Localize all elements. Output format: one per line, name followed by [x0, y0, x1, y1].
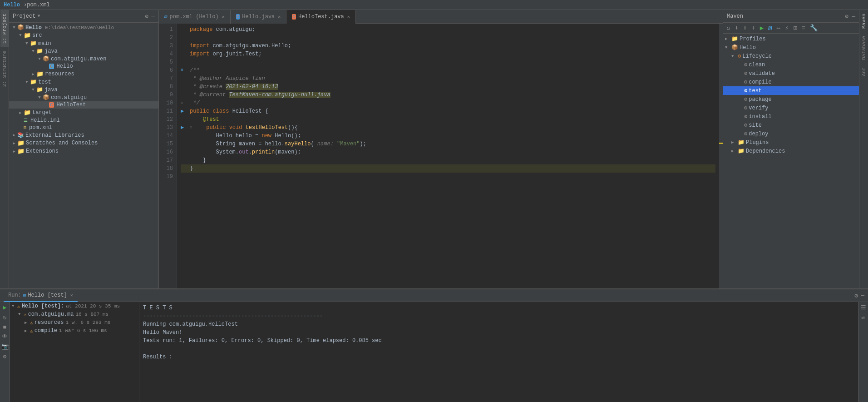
tree-item-hello-iml[interactable]: ☰ Hello.iml: [9, 117, 158, 124]
run-item-label: resources: [35, 319, 64, 326]
maven-btn-download[interactable]: ⬇: [733, 24, 740, 32]
maven-panel-header: Maven ⚙ —: [723, 10, 859, 23]
maven-item-deploy[interactable]: ⚙ deploy: [723, 129, 859, 138]
maven-btn-link[interactable]: ↔: [775, 24, 782, 32]
maven-label: verify: [749, 105, 768, 111]
tab-close-btn[interactable]: ✕: [222, 14, 225, 20]
tree-label: main: [38, 40, 51, 47]
run-tab-close[interactable]: ✕: [70, 293, 73, 298]
sidebar-item-ant[interactable]: Ant: [860, 64, 868, 80]
maven-item-validate[interactable]: ⚙ validate: [723, 69, 859, 78]
tab-icon-m-run: m: [23, 293, 26, 298]
sidebar-item-project[interactable]: 1: Project: [0, 10, 9, 47]
warn-icon: ⚠: [17, 303, 20, 309]
gutter-13[interactable]: ▶: [181, 124, 190, 132]
arrow-icon: ▼: [11, 25, 17, 30]
run-btn-eye[interactable]: 👁: [2, 333, 8, 340]
project-dropdown-icon[interactable]: ▼: [37, 14, 40, 19]
output-btn-lines[interactable]: ☰: [861, 304, 866, 311]
maven-btn-bolt[interactable]: ⚡: [784, 24, 790, 32]
maven-btn-list[interactable]: ≡: [800, 24, 807, 32]
maven-item-plugins[interactable]: ▶ 📁 Plugins: [723, 138, 859, 147]
tree-item-com-atguigu-maven[interactable]: ▼ 📦 com.atguigu.maven: [9, 55, 158, 63]
arrow-icon: ▶: [25, 328, 30, 333]
maven-item-site[interactable]: ⚙ site: [723, 121, 859, 129]
maven-item-compile[interactable]: ⚙ compile: [723, 78, 859, 86]
maven-item-dependencies[interactable]: ▶ 📁 Dependencies: [723, 147, 859, 155]
maven-item-lifecycle[interactable]: ▼ ⚙ Lifecycle: [723, 52, 859, 60]
arrow-icon: ▶: [725, 36, 731, 41]
maven-label: test: [749, 88, 762, 94]
code-line-9: * @current TestMaven-com.atguigu-null.ja…: [181, 91, 715, 99]
tree-item-hello-root[interactable]: ▼ 📦 Hello E:\idea\TestMaven\Hello: [9, 24, 158, 31]
run-item-com-atguigu[interactable]: ▼ ⚠ com.atguigu.ma 16 s 807 ms: [10, 310, 139, 318]
tab-close-btn[interactable]: ✕: [347, 14, 350, 20]
code-area[interactable]: package com.atguigu; import com.atguigu.…: [177, 24, 719, 288]
tab-close-btn[interactable]: ✕: [278, 14, 281, 20]
tree-item-resources[interactable]: ▶ 📁 resources: [9, 70, 158, 78]
maven-item-hello[interactable]: ▼ 📦 Hello: [723, 43, 859, 52]
maven-item-test[interactable]: ⚙ test: [723, 86, 859, 95]
maven-item-install[interactable]: ⚙ install: [723, 112, 859, 121]
maven-item-clean[interactable]: ⚙ clean: [723, 60, 859, 69]
output-line-4: Hello Maven!: [143, 328, 854, 337]
tree-item-external-libs[interactable]: ▶ 📚 External Libraries: [9, 131, 158, 139]
tree-item-scratches[interactable]: ▶ 📁 Scratches and Consoles: [9, 139, 158, 147]
run-btn-camera[interactable]: 📷: [1, 343, 9, 350]
folder-icon: 📁: [24, 32, 31, 39]
maven-btn-wrench[interactable]: 🔧: [809, 24, 819, 32]
bottom-tab-run[interactable]: Run: m Hello [test] ✕: [4, 289, 78, 302]
bottom-settings-icon[interactable]: ⚙: [854, 292, 858, 299]
maven-item-profiles[interactable]: ▶ 📁 Profiles: [723, 35, 859, 43]
tree-item-src[interactable]: ▼ 📁 src: [9, 31, 158, 40]
run-item-compile[interactable]: ▶ ⚠ compile 1 war 6 s 106 ms: [10, 327, 139, 335]
output-btn-wrap[interactable]: ⇌: [862, 314, 865, 321]
maven-btn-grid[interactable]: ⊞: [792, 24, 798, 32]
run-btn-stop[interactable]: ■: [3, 324, 7, 331]
maven-label: site: [749, 122, 762, 129]
maven-collapse-icon[interactable]: —: [852, 13, 855, 20]
tab-hellotest-java[interactable]: C HelloTest.java ✕: [286, 10, 355, 24]
tree-item-extensions[interactable]: ▶ 📁 Extensions: [9, 147, 158, 155]
tab-hello-java[interactable]: C Hello.java ✕: [231, 10, 287, 24]
maven-btn-m[interactable]: m: [767, 24, 773, 32]
gutter-11[interactable]: ▶: [181, 107, 190, 115]
maven-item-package[interactable]: ⚙ package: [723, 95, 859, 104]
tree-item-hello-class[interactable]: C Hello: [9, 63, 158, 70]
gear-icon: ⚙: [744, 70, 747, 77]
tree-item-test-java[interactable]: ▼ 📁 java: [9, 86, 158, 94]
tab-pom-xml[interactable]: m pom.xml (Hello) ✕: [159, 10, 231, 24]
maven-label: install: [749, 114, 771, 120]
tree-item-test[interactable]: ▼ 📁 test: [9, 78, 158, 86]
arrow-icon: ▶: [17, 110, 24, 115]
run-tab-label: Hello [test]: [28, 292, 67, 298]
maven-btn-refresh[interactable]: ↻: [725, 24, 731, 32]
run-item-hello-test[interactable]: ▼ ⚠ Hello [test]: at 2021 20 s 35 ms: [10, 302, 139, 310]
gear-icon: ⚙: [744, 96, 747, 103]
run-btn-rerun[interactable]: ↻: [3, 314, 7, 321]
sidebar-item-structure[interactable]: 2: Structure: [0, 47, 9, 90]
tree-item-com-atguigu[interactable]: ▼ 📦 com.atguigu: [9, 94, 158, 101]
run-btn-settings[interactable]: ⚙: [3, 353, 7, 360]
run-item-resources[interactable]: ▶ ⚠ resources 1 w. 6 s 293 ms: [10, 318, 139, 327]
code-line-5: [181, 58, 715, 66]
maven-btn-add[interactable]: +: [750, 24, 756, 32]
project-settings-icon[interactable]: ⚙: [145, 13, 148, 20]
tree-item-hellotest[interactable]: C HelloTest: [9, 101, 158, 109]
sidebar-item-database[interactable]: Database: [860, 32, 868, 64]
maven-btn-up[interactable]: ⬆: [742, 24, 748, 32]
sidebar-item-maven[interactable]: Maven: [860, 10, 868, 32]
run-btn-play[interactable]: ▶: [3, 304, 7, 311]
tree-item-main[interactable]: ▼ 📁 main: [9, 40, 158, 47]
tree-item-java[interactable]: ▼ 📁 java: [9, 47, 158, 55]
tree-item-target[interactable]: ▶ 📁 target: [9, 109, 158, 117]
tree-label: resources: [45, 71, 74, 77]
maven-btn-run[interactable]: ▶: [759, 24, 765, 32]
maven-item-verify[interactable]: ⚙ verify: [723, 104, 859, 112]
maven-tree: ▶ 📁 Profiles ▼ 📦 Hello ▼ ⚙ Lifecycle ⚙ c…: [723, 34, 859, 288]
project-collapse-icon[interactable]: —: [151, 13, 155, 20]
bottom-collapse-icon[interactable]: —: [861, 292, 864, 299]
code-line-3: import com.atguigu.maven.Hello;: [181, 42, 715, 50]
maven-settings-icon[interactable]: ⚙: [845, 13, 848, 20]
tree-item-pom-xml[interactable]: m pom.xml: [9, 124, 158, 131]
